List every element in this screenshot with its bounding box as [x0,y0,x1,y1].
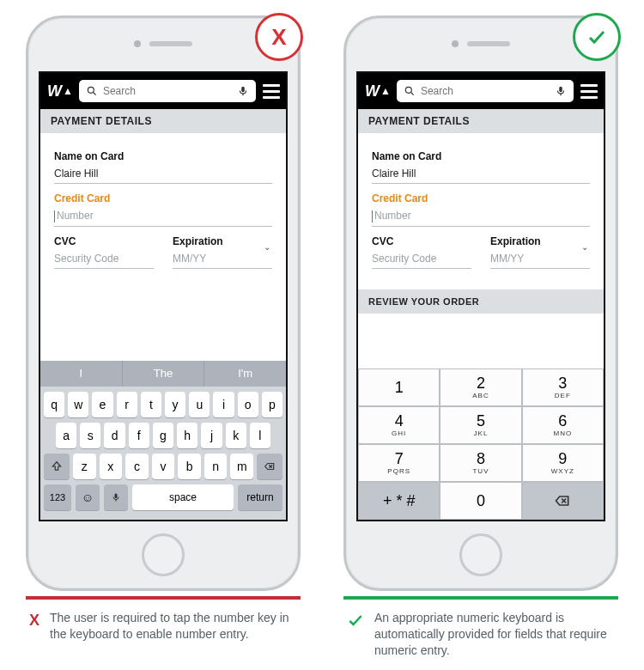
key-r[interactable]: r [117,392,137,417]
caption-bad: X The user is required to tap the number… [26,600,301,643]
backspace-icon [264,460,276,472]
check-icon [347,612,364,659]
cvc-input[interactable] [372,247,471,269]
key-y[interactable]: y [165,392,185,417]
svg-line-9 [411,93,414,95]
key-g[interactable]: g [153,423,173,448]
mic-icon[interactable] [237,85,249,97]
search-input[interactable] [421,85,550,97]
caption-bad-text: The user is required to tap the number k… [50,610,297,643]
bad-column: X W▲ PAYMENT DETAILS Name on [21,15,305,670]
key-j[interactable]: j [201,423,222,448]
prediction-3[interactable]: I'm [204,361,286,387]
svg-point-0 [88,87,94,93]
svg-rect-6 [115,494,118,499]
numbers-key[interactable]: 123 [44,484,71,510]
good-column: W▲ PAYMENT DETAILS Name on Card Claire H… [339,15,623,670]
caption-good: An appropriate numeric keyboard is autom… [343,600,618,659]
key-q[interactable]: q [44,392,64,417]
key-a[interactable]: a [56,423,76,448]
shift-key[interactable] [44,454,70,479]
home-button[interactable] [142,533,185,576]
home-button[interactable] [459,533,502,576]
backspace-key[interactable] [257,454,283,479]
dictation-key[interactable] [104,484,128,510]
key-c[interactable]: c [125,454,149,479]
backspace-key[interactable] [522,482,604,520]
shift-icon [51,460,63,472]
card-label: Credit Card [372,192,590,204]
space-key[interactable]: space [132,484,234,510]
field-card: Credit Card Number [54,192,272,227]
key-4[interactable]: 4GHI [358,406,440,444]
key-h[interactable]: h [177,423,197,448]
symbols-key[interactable]: + * # [358,482,440,520]
key-x[interactable]: x [100,454,123,479]
key-o[interactable]: o [238,392,258,417]
key-9[interactable]: 9WXYZ [522,444,604,482]
key-1[interactable]: 1 [358,368,440,406]
card-input[interactable]: Number [54,204,272,227]
key-6[interactable]: 6MNO [522,406,604,444]
cvc-label: CVC [54,235,154,247]
key-3[interactable]: 3DEF [522,368,604,406]
key-8[interactable]: 8TUV [440,444,521,482]
exp-input[interactable] [490,247,590,269]
menu-button[interactable] [263,80,280,102]
key-k[interactable]: k [226,423,246,448]
key-s[interactable]: s [80,423,100,448]
return-key[interactable]: return [238,484,283,510]
field-expiration: Expiration ⌄ [173,235,272,269]
badge-incorrect: X [255,13,303,61]
key-d[interactable]: d [104,423,125,448]
menu-button[interactable] [580,80,598,102]
key-p[interactable]: p [262,392,283,417]
badge-correct [573,13,621,61]
svg-rect-2 [241,87,245,92]
section-title: PAYMENT DETAILS [358,109,604,133]
key-2[interactable]: 2ABC [440,368,521,406]
field-card: Credit Card Number [372,192,590,227]
key-f[interactable]: f [129,423,149,448]
key-7[interactable]: 7PQRS [358,444,440,482]
key-v[interactable]: v [152,454,175,479]
chevron-down-icon[interactable]: ⌄ [264,242,270,252]
name-label: Name on Card [372,150,590,162]
key-n[interactable]: n [204,454,228,479]
comparison-stage: X W▲ PAYMENT DETAILS Name on [0,0,644,670]
key-z[interactable]: z [73,454,96,479]
phone-earpiece [134,40,192,47]
card-input[interactable]: Number [372,204,590,227]
phone-earpiece [452,40,510,47]
x-icon: X [29,612,39,643]
emoji-key[interactable]: ☺ [76,484,100,510]
mic-icon[interactable] [555,85,567,97]
key-t[interactable]: t [141,392,161,417]
key-m[interactable]: m [230,454,253,479]
key-0[interactable]: 0 [440,482,521,520]
search-icon [86,85,98,97]
key-b[interactable]: b [178,454,201,479]
payment-form: Name on Card Claire Hill Credit Card Num… [40,133,286,274]
search-input[interactable] [103,85,232,97]
key-w[interactable]: w [68,392,88,417]
key-5[interactable]: 5JKL [440,406,521,444]
key-l[interactable]: l [250,423,270,448]
name-value[interactable]: Claire Hill [54,162,272,184]
search-box[interactable] [397,80,574,102]
key-u[interactable]: u [189,392,210,417]
field-cvc: CVC [372,235,471,269]
key-i[interactable]: i [213,392,234,417]
chevron-down-icon[interactable]: ⌄ [581,242,588,252]
phone-frame-good: W▲ PAYMENT DETAILS Name on Card Claire H… [343,15,618,591]
field-cvc: CVC [54,235,154,269]
exp-input[interactable] [173,247,272,269]
exp-label: Expiration [173,235,272,247]
key-e[interactable]: e [92,392,112,417]
cvc-input[interactable] [54,247,154,269]
name-label: Name on Card [54,150,272,162]
prediction-1[interactable]: I [40,361,123,387]
name-value[interactable]: Claire Hill [372,162,590,184]
search-box[interactable] [79,80,256,102]
prediction-2[interactable]: The [123,361,205,387]
